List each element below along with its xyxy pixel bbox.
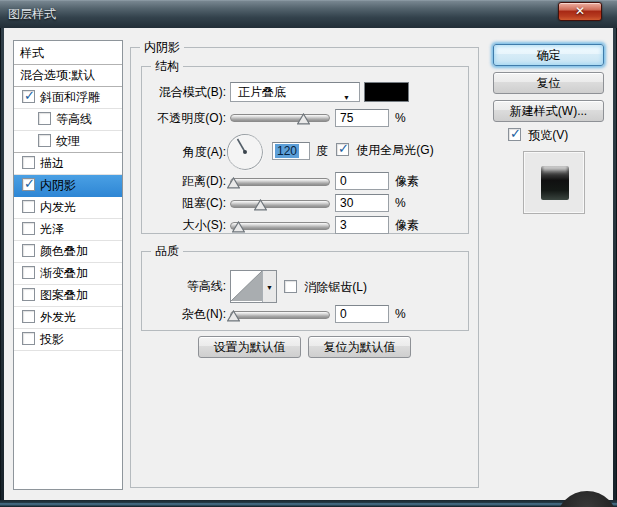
use-global-light-checkbox[interactable]: ✓ 使用全局光(G) — [336, 143, 434, 157]
opacity-slider-track[interactable] — [230, 114, 330, 122]
use-global-light-label: 使用全局光(G) — [356, 143, 433, 157]
shadow-color-swatch[interactable] — [364, 82, 409, 102]
distance-input[interactable]: 0 — [335, 172, 389, 190]
structure-group-title: 结构 — [151, 59, 183, 74]
choke-slider[interactable] — [230, 197, 330, 211]
angle-input[interactable]: 120 — [272, 142, 310, 160]
style-list-item[interactable]: 样式 — [14, 43, 122, 65]
structure-group: 结构 混合模式(B): 正片叠底 ▼ 不透明度(O): 75 % 角度(A): — [141, 66, 469, 234]
style-enabled-checkbox[interactable] — [22, 332, 35, 345]
style-enabled-checkbox[interactable] — [22, 288, 35, 301]
noise-slider-thumb[interactable] — [227, 310, 240, 322]
style-list-item-label: 内阴影 — [40, 178, 76, 192]
distance-slider-track[interactable] — [230, 178, 330, 186]
style-list-item[interactable]: 内发光 — [14, 197, 122, 219]
size-input[interactable]: 3 — [335, 216, 389, 234]
angle-label: 角度(A): — [142, 143, 226, 161]
checkbox-checked-icon: ✓ — [336, 143, 349, 156]
style-list-item-label: 斜面和浮雕 — [40, 90, 100, 104]
size-slider-track[interactable] — [230, 222, 330, 230]
angle-dial[interactable] — [226, 133, 264, 171]
dialog-client-area: 样式 混合选项:默认 ✓斜面和浮雕 等高线 纹理 描边 ✓内阴影 内发光 光泽 … — [4, 28, 613, 500]
style-list-item[interactable]: 等高线 — [14, 109, 122, 131]
preview-checkbox[interactable]: ✓ 预览(V) — [508, 128, 568, 142]
style-list-item-label: 纹理 — [56, 134, 80, 148]
style-enabled-checkbox[interactable] — [22, 222, 35, 235]
checkbox-checked-icon: ✓ — [508, 128, 521, 141]
style-enabled-checkbox[interactable] — [38, 134, 51, 147]
ok-button[interactable]: 确定 — [493, 44, 604, 66]
style-enabled-checkbox[interactable] — [22, 266, 35, 279]
reset-button[interactable]: 复位 — [493, 72, 604, 94]
blend-mode-label: 混合模式(B): — [142, 82, 226, 102]
style-list-item-label: 混合选项:默认 — [20, 68, 95, 82]
anti-alias-checkbox[interactable]: 消除锯齿(L) — [284, 280, 367, 294]
style-enabled-checkbox[interactable] — [22, 200, 35, 213]
size-unit: 像素 — [395, 216, 419, 234]
style-list-item-label: 投影 — [40, 332, 64, 346]
choke-unit: % — [395, 194, 406, 212]
size-slider[interactable] — [230, 219, 330, 233]
size-slider-thumb[interactable] — [232, 221, 245, 233]
style-list-item[interactable]: 投影 — [14, 329, 122, 351]
opacity-slider[interactable] — [230, 111, 330, 125]
contour-thumbnail[interactable] — [231, 271, 263, 302]
style-list-item-label: 外发光 — [40, 310, 76, 324]
style-enabled-checkbox[interactable] — [38, 112, 51, 125]
titlebar[interactable]: 图层样式 ✕ — [0, 0, 617, 28]
reset-to-default-button[interactable]: 复位为默认值 — [308, 336, 411, 358]
style-list-item[interactable]: 纹理 — [14, 131, 122, 153]
close-button[interactable]: ✕ — [558, 2, 602, 21]
window-bottom-frame — [0, 500, 617, 507]
style-list-item-label: 样式 — [20, 46, 44, 60]
chevron-down-icon: ▼ — [266, 284, 273, 291]
distance-slider-thumb[interactable] — [227, 177, 240, 189]
choke-slider-track[interactable] — [230, 200, 330, 208]
quality-group-title: 品质 — [151, 244, 183, 259]
layer-style-dialog: 图层样式 ✕ 样式 混合选项:默认 ✓斜面和浮雕 等高线 纹理 描边 ✓内阴影 … — [0, 0, 617, 507]
style-list-item[interactable]: 混合选项:默认 — [14, 65, 122, 87]
opacity-label: 不透明度(O): — [142, 109, 226, 127]
opacity-slider-thumb[interactable] — [297, 113, 310, 125]
inner-shadow-panel: 内阴影 结构 混合模式(B): 正片叠底 ▼ 不透明度(O): 75 % — [130, 47, 479, 488]
style-list-item-label: 光泽 — [40, 222, 64, 236]
quality-group: 品质 等高线: ▼ 消除锯齿(L) 杂色(N): 0 — [141, 251, 469, 331]
style-list-item-label: 渐变叠加 — [40, 266, 88, 280]
choke-slider-thumb[interactable] — [254, 199, 267, 211]
style-list-item[interactable]: 外发光 — [14, 307, 122, 329]
distance-slider[interactable] — [230, 175, 330, 189]
style-enabled-checkbox[interactable] — [22, 156, 35, 169]
opacity-input[interactable]: 75 — [335, 109, 389, 127]
style-list-item[interactable]: 光泽 — [14, 219, 122, 241]
close-icon: ✕ — [575, 4, 585, 18]
angle-unit: 度 — [316, 142, 328, 160]
style-preview-thumbnail — [523, 151, 585, 214]
noise-slider[interactable] — [230, 308, 330, 322]
style-enabled-checkbox[interactable] — [22, 310, 35, 323]
choke-input[interactable]: 30 — [335, 194, 389, 212]
distance-unit: 像素 — [395, 172, 419, 190]
blend-mode-select[interactable]: 正片叠底 ▼ — [230, 82, 360, 102]
style-list-item-label: 颜色叠加 — [40, 244, 88, 258]
contour-picker[interactable]: ▼ — [230, 270, 277, 303]
new-style-button[interactable]: 新建样式(W)... — [493, 100, 604, 122]
style-list: 样式 混合选项:默认 ✓斜面和浮雕 等高线 纹理 描边 ✓内阴影 内发光 光泽 … — [13, 40, 123, 490]
panel-title: 内阴影 — [140, 40, 184, 55]
set-as-default-button[interactable]: 设置为默认值 — [198, 336, 301, 358]
style-list-item[interactable]: 渐变叠加 — [14, 263, 122, 285]
noise-slider-track[interactable] — [230, 311, 330, 319]
chevron-down-icon: ▼ — [343, 89, 350, 107]
style-enabled-checkbox[interactable] — [22, 244, 35, 257]
style-enabled-checkbox[interactable]: ✓ — [22, 178, 35, 191]
opacity-unit: % — [395, 109, 406, 127]
style-list-item[interactable]: 图案叠加 — [14, 285, 122, 307]
style-list-item[interactable]: ✓内阴影 — [14, 175, 122, 197]
style-list-item[interactable]: 颜色叠加 — [14, 241, 122, 263]
noise-input[interactable]: 0 — [335, 305, 389, 323]
style-list-item-label: 等高线 — [56, 112, 92, 126]
checkbox-unchecked-icon — [284, 280, 297, 293]
style-enabled-checkbox[interactable]: ✓ — [22, 90, 35, 103]
noise-unit: % — [395, 305, 406, 323]
style-list-item[interactable]: ✓斜面和浮雕 — [14, 87, 122, 109]
style-list-item[interactable]: 描边 — [14, 153, 122, 175]
